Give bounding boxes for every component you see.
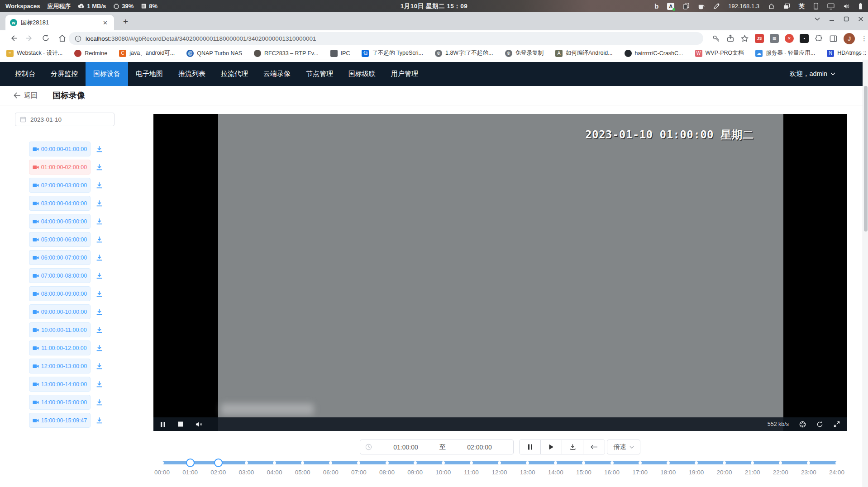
pause-button[interactable] [520,440,541,454]
page-scrollbar[interactable] [863,60,868,487]
record-download-button[interactable] [95,416,105,425]
record-range-button[interactable]: 02:00:00-03:00:00 [29,178,91,193]
bookmark-item[interactable]: @ QNAP Turbo NAS [186,50,242,57]
address-bar[interactable]: localhost:38080/#/gbRecordDetail/3402000… [69,32,703,45]
record-download-button[interactable] [95,199,105,208]
nav-item[interactable]: 国标级联 [341,62,383,86]
record-range-button[interactable]: 00:00:00-01:00:00 [29,142,91,156]
play-button[interactable] [541,440,562,454]
windows-tray-icon[interactable] [783,3,790,9]
record-download-button[interactable] [95,271,105,280]
site-info-icon[interactable] [75,35,81,42]
bookmark-item[interactable]: ≡ Webstack - 设计... [6,49,62,57]
bookmark-item[interactable]: ⊕ 免登录复制 [505,49,544,57]
record-download-button[interactable] [95,235,105,244]
record-download-button[interactable] [95,398,105,407]
nav-item[interactable]: 控制台 [7,62,43,86]
ip-address[interactable]: 192.168.1.3 [728,3,759,9]
applications-menu[interactable]: 应用程序 [47,2,71,10]
phone-tray-icon[interactable] [813,3,819,9]
record-range-button[interactable]: 10:00:00-11:00:00 [29,322,91,337]
record-range-button[interactable]: 15:00:00-15:09:47 [29,413,91,428]
home-nav-icon[interactable] [58,34,67,43]
record-download-button[interactable] [95,145,105,154]
clipboard-tray-icon[interactable] [683,3,689,9]
extension-dark-icon[interactable]: ▪ [800,34,809,43]
seek-back-button[interactable] [583,440,605,454]
clock[interactable]: 1月10日 星期二 15：09 [401,2,468,10]
back-button[interactable]: 返回 [14,91,38,100]
bookmark-item[interactable]: W WVP-PRO文档 [695,49,744,57]
bookmark-item[interactable]: N HDAtmos :: 种子 *... [827,49,868,57]
home-tray-icon[interactable] [768,3,775,9]
nav-item[interactable]: 拉流代理 [213,62,256,86]
bookmark-item[interactable]: RFC2833 – RTP Ev... [254,50,319,57]
workspaces-button[interactable]: Workspaces [5,3,40,9]
record-download-button[interactable] [95,362,105,371]
end-time-value[interactable]: 02:00:00 [446,444,513,451]
record-range-button[interactable]: 01:00:00-02:00:00 [29,160,91,175]
color-picker-tray-icon[interactable] [713,3,720,9]
bing-tray-icon[interactable]: b [654,3,658,9]
new-tab-button[interactable]: + [120,16,131,27]
record-range-button[interactable]: 14:00:00-15:00:00 [29,395,91,410]
input-method-indicator[interactable]: 英 [799,2,805,10]
extensions-puzzle-icon[interactable] [815,34,823,43]
record-download-button[interactable] [95,307,105,317]
bookmark-item[interactable]: ☁ 服务器 - 轻量应用... [755,49,815,57]
reload-icon[interactable] [42,34,50,42]
record-range-button[interactable]: 09:00:00-10:00:00 [29,304,91,319]
download-button[interactable] [562,440,583,454]
bookmark-item[interactable]: A 如何编译Android... [555,49,613,57]
nav-item[interactable]: 分屏监控 [43,62,86,86]
battery-tray-icon[interactable] [858,3,863,9]
timeline-handle[interactable] [186,459,195,467]
snapshot-aperture-icon[interactable] [799,421,806,428]
extension-adblock-icon[interactable]: ✕ [785,34,794,43]
nav-item[interactable]: 云端录像 [256,62,298,86]
record-download-button[interactable] [95,380,105,389]
share-icon[interactable] [726,34,734,43]
nav-item[interactable]: 电子地图 [128,62,171,86]
bookmark-item[interactable]: hairrrrr/C-CrashC... [625,50,683,57]
record-range-button[interactable]: 08:00:00-09:00:00 [29,286,91,301]
browser-menu-icon[interactable]: ⋮ [861,38,865,39]
start-time-value[interactable]: 01:00:00 [372,444,439,451]
player-mute-button[interactable] [196,421,203,428]
profile-avatar[interactable]: J [844,33,855,44]
forward-nav-icon[interactable] [25,34,34,43]
bookmark-item[interactable]: Redmine [74,50,107,57]
nav-item[interactable]: 节点管理 [298,62,341,86]
nav-item[interactable]: 用户管理 [383,62,426,86]
extension-js-icon[interactable]: JS [755,34,764,43]
password-key-icon[interactable] [712,34,720,43]
speed-select[interactable]: 倍速 [607,440,640,454]
player-pause-button[interactable] [160,421,166,428]
player-stop-button[interactable] [178,421,183,428]
bookmark-star-icon[interactable] [740,34,749,43]
video-player[interactable]: 2023-01-10 01:00:00 星期二 552 kb/s [153,114,847,431]
record-download-button[interactable] [95,326,105,335]
nav-item[interactable]: 推流列表 [171,62,213,86]
time-range-input[interactable]: 01:00:00 至 02:00:00 [360,440,514,454]
record-download-button[interactable] [95,289,105,298]
bookmark-item[interactable]: 知 了不起的 TypeScri... [362,49,423,57]
record-download-button[interactable] [95,217,105,226]
scrollbar-thumb[interactable] [864,86,868,232]
bookmark-item[interactable]: IPC [330,50,350,57]
bookmark-item[interactable]: C java、android可... [119,49,175,57]
record-download-button[interactable] [95,181,105,190]
side-panel-icon[interactable] [829,34,838,43]
display-tray-icon[interactable] [827,3,835,9]
volume-tray-icon[interactable] [843,3,850,9]
record-range-button[interactable]: 06:00:00-07:00:00 [29,250,91,265]
bookmark-item[interactable]: ⊕ 1.8W字!了不起的... [435,49,493,57]
window-minimize-button[interactable] [829,16,835,22]
record-download-button[interactable] [95,344,105,353]
record-range-button[interactable]: 05:00:00-06:00:00 [29,232,91,247]
coffee-tray-icon[interactable] [698,3,705,9]
bookmarks-overflow-chevron[interactable]: » [856,50,860,57]
record-range-button[interactable]: 12:00:00-13:00:00 [29,359,91,374]
record-range-button[interactable]: 04:00:00-05:00:00 [29,214,91,229]
tab-search-chevron-icon[interactable] [815,17,820,21]
